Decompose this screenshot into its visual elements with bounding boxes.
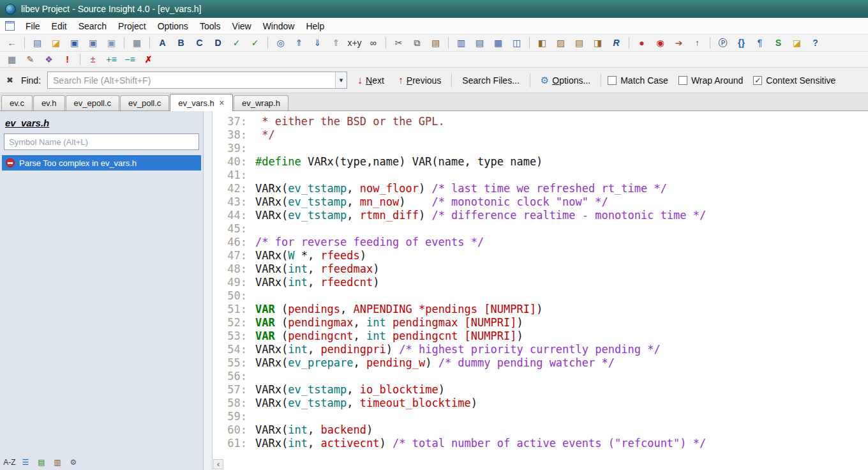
- draft-edit-button[interactable]: ✎: [21, 52, 40, 66]
- custom-command-a-button[interactable]: A: [153, 36, 172, 50]
- symbol-name-input[interactable]: [4, 133, 199, 150]
- open-file-button[interactable]: ◪: [47, 36, 65, 50]
- symbol-window-button[interactable]: ▤: [570, 36, 588, 50]
- tab-label: ev_poll.c: [128, 98, 161, 108]
- window-split-4-button[interactable]: ◫: [507, 36, 526, 50]
- script-button[interactable]: S: [769, 36, 788, 50]
- custom-command-c-button[interactable]: C: [190, 36, 209, 50]
- code-line: 38: */: [218, 128, 868, 142]
- go-back-button[interactable]: ⇑: [327, 36, 345, 50]
- search-files-button[interactable]: Search Files...: [458, 73, 523, 87]
- grid-view-button[interactable]: ▦: [3, 52, 21, 66]
- code-line: 52:VAR (pendingmax, int pendingmax [NUMP…: [218, 316, 868, 330]
- lookup-references-button[interactable]: ◎: [271, 36, 290, 50]
- custom-command-b-button[interactable]: B: [172, 36, 190, 50]
- hscroll-left-arrow-icon[interactable]: ‹: [213, 459, 223, 469]
- copy-button[interactable]: ⧉: [408, 36, 426, 50]
- menu-item-search[interactable]: Search: [73, 19, 112, 33]
- code-token: ,: [347, 182, 359, 195]
- menu-item-options[interactable]: Options: [152, 19, 194, 33]
- checkbox-wrap-around[interactable]: Wrap Around: [678, 75, 743, 86]
- find-combo: ▾: [47, 72, 347, 89]
- jump-bookmark-button[interactable]: ➔: [670, 36, 688, 50]
- tab-ev_wrap-h[interactable]: ev_wrap.h: [234, 95, 288, 110]
- project-window-button[interactable]: ◧: [533, 36, 551, 50]
- stamp-button[interactable]: ❖: [40, 52, 58, 66]
- menu-item-edit[interactable]: Edit: [46, 19, 73, 33]
- reformat-button[interactable]: ¶: [751, 36, 769, 50]
- braces-button[interactable]: {}: [732, 36, 751, 50]
- symbol-list-item[interactable]: Parse Too complex in ev_vars.h: [2, 155, 201, 171]
- search-files-label: Search Files...: [462, 75, 519, 86]
- paste-button[interactable]: ▤: [426, 36, 445, 50]
- sort-alphabetic-button[interactable]: A-Z: [3, 456, 17, 469]
- combo-dropdown-icon[interactable]: ▾: [335, 72, 347, 88]
- find-next-button[interactable]: ↓ Next: [354, 73, 388, 88]
- book-button[interactable]: ▥: [50, 456, 64, 469]
- app-icon[interactable]: [5, 4, 16, 15]
- browse-symbols-button[interactable]: ∞: [364, 36, 382, 50]
- panel-settings-button[interactable]: ⚙: [66, 456, 80, 469]
- panel-splitter[interactable]: [204, 111, 213, 470]
- menu-item-help[interactable]: Help: [300, 19, 330, 33]
- add-line-button[interactable]: +≡: [102, 52, 121, 66]
- line-number: 41:: [218, 169, 247, 182]
- jump-to-definition-button[interactable]: ⇓: [308, 36, 327, 50]
- checkbox-match-case[interactable]: Match Case: [608, 75, 668, 86]
- tab-ev-h[interactable]: ev.h: [33, 95, 65, 110]
- custom-command-d-button[interactable]: D: [209, 36, 227, 50]
- print-button[interactable]: ▦: [128, 36, 146, 50]
- checkbox-context-sensitive[interactable]: ✓Context Sensitive: [753, 75, 835, 86]
- window-split-1-button[interactable]: ▥: [452, 36, 470, 50]
- tab-ev-c[interactable]: ev.c: [1, 95, 33, 110]
- reload-file-button[interactable]: ◪: [788, 36, 806, 50]
- menu-item-tools[interactable]: Tools: [194, 19, 227, 33]
- tab-ev_epoll-c[interactable]: ev_epoll.c: [66, 95, 120, 110]
- cut-button[interactable]: ✂: [389, 36, 408, 50]
- code-line: 58:VARx(ev_tstamp, timeout_blocktime): [218, 397, 868, 410]
- code-token: ,: [308, 262, 320, 275]
- relation-window-button[interactable]: R: [607, 36, 625, 50]
- stack-up-button[interactable]: ↑: [688, 36, 707, 50]
- tab-ev_vars-h[interactable]: ev_vars.h✕: [170, 94, 233, 111]
- tab-close-icon[interactable]: ✕: [219, 99, 225, 107]
- bookmark-list-button[interactable]: ◉: [651, 36, 670, 50]
- window-split-2-button[interactable]: ▤: [470, 36, 489, 50]
- remove-line-button[interactable]: −≡: [121, 52, 139, 66]
- menu-item-file[interactable]: File: [20, 19, 46, 33]
- symbol-list-button[interactable]: ☰: [19, 456, 33, 469]
- help-doc-button[interactable]: ?: [806, 36, 825, 50]
- symbol-groups-button[interactable]: ▤: [34, 456, 49, 469]
- save-button[interactable]: ▣: [65, 36, 84, 50]
- window-split-3-button[interactable]: ▦: [489, 36, 507, 50]
- back-button[interactable]: ←: [3, 36, 21, 50]
- tab-ev_poll-c[interactable]: ev_poll.c: [120, 95, 169, 110]
- checklist-1-button[interactable]: ✓: [227, 36, 246, 50]
- find-close-icon[interactable]: ✖: [6, 75, 13, 85]
- menu-item-view[interactable]: View: [227, 19, 257, 33]
- menu-item-project[interactable]: Project: [112, 19, 152, 33]
- find-previous-button[interactable]: ↑ Previous: [394, 73, 445, 88]
- delete-marked-button[interactable]: ✗: [139, 52, 158, 66]
- important-mark-button[interactable]: !: [58, 52, 77, 66]
- save-as-button[interactable]: ▣: [84, 36, 102, 50]
- document-icon[interactable]: [5, 21, 15, 31]
- code-token: */: [255, 128, 275, 141]
- jump-to-caller-button-icon: ⇑: [296, 38, 303, 47]
- find-input[interactable]: [48, 75, 335, 86]
- bookmark-toggle-button[interactable]: ●: [632, 36, 651, 50]
- jump-to-caller-button[interactable]: ⇑: [290, 36, 308, 50]
- menu-item-window[interactable]: Window: [257, 19, 301, 33]
- code-line: 46:/* for reverse feeding of events */: [218, 236, 868, 249]
- save-all-button-icon: ▣: [107, 38, 116, 47]
- add-remove-button[interactable]: ±: [84, 52, 102, 66]
- code-editor[interactable]: 37: * either the BSD or the GPL.38: */39…: [213, 111, 868, 470]
- checklist-2-button[interactable]: ✓: [246, 36, 264, 50]
- find-options-button[interactable]: ⚙ Options...: [537, 73, 594, 88]
- project-files-button[interactable]: ▨: [551, 36, 570, 50]
- parse-source-button[interactable]: Ⓟ: [714, 36, 732, 50]
- new-file-button[interactable]: ▤: [28, 36, 47, 50]
- save-all-button[interactable]: ▣: [102, 36, 121, 50]
- replace-button[interactable]: x+y: [345, 36, 364, 50]
- context-window-button[interactable]: ◨: [588, 36, 607, 50]
